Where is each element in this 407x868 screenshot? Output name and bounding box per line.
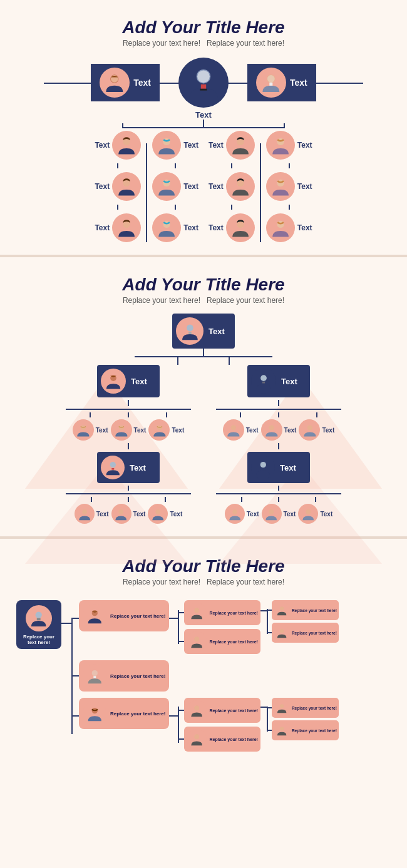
- s3-far-text: Replace your text here!: [292, 728, 337, 733]
- svg-point-30: [119, 509, 124, 514]
- avatar-s2-child: [73, 419, 94, 441]
- node-label: Text: [209, 141, 224, 150]
- section3: Add Your Title Here Replace your text he…: [0, 538, 407, 764]
- svg-point-34: [231, 425, 236, 430]
- section2: Add Your Title Here Replace your text he…: [0, 257, 407, 536]
- avatar-s1: [152, 213, 181, 242]
- avatar-s1: [112, 172, 141, 201]
- s3-root-text: Replace your text here!: [19, 634, 59, 645]
- avatar-s3-mid3: [83, 702, 106, 725]
- avatar-s3-root: [26, 605, 52, 631]
- svg-rect-4: [201, 84, 206, 89]
- svg-point-3: [197, 70, 210, 83]
- child-label: Text: [284, 427, 297, 434]
- avatar-s1: [226, 172, 255, 201]
- child-label: Text: [247, 511, 259, 518]
- svg-point-27: [110, 462, 115, 467]
- svg-point-35: [269, 425, 274, 430]
- avatar-s2-child: [261, 419, 282, 441]
- s3-far-text: Replace your text here!: [292, 631, 337, 635]
- s3-right-text: Replace your text here!: [209, 737, 257, 742]
- svg-point-47: [280, 629, 284, 633]
- root-label: Text: [195, 110, 212, 120]
- avatar-s3-fr2: [274, 625, 290, 641]
- s3-right-text: Replace your text here!: [209, 640, 257, 644]
- child-label: Text: [96, 427, 108, 434]
- avatar-s2-root: [176, 317, 204, 345]
- node-label: Text: [209, 182, 224, 191]
- avatar-s2-right-sub: [251, 456, 275, 479]
- avatar-s2-sub-child: [111, 504, 131, 524]
- svg-point-48: [91, 670, 97, 676]
- svg-point-46: [280, 606, 284, 610]
- section2-header: Add Your Title Here Replace your text he…: [6, 263, 401, 309]
- avatar-s2-sub-child2: [262, 504, 282, 524]
- avatar-s1: [112, 131, 141, 160]
- banner-left: Text: [91, 64, 160, 101]
- avatar-s1: [226, 131, 255, 160]
- avatar-s3-fr4: [274, 722, 290, 738]
- s2-root-label: Text: [209, 327, 225, 336]
- svg-point-37: [260, 462, 265, 467]
- node-label: Text: [209, 223, 224, 232]
- svg-rect-33: [262, 382, 265, 384]
- section2-title: Add Your Title Here: [6, 275, 401, 295]
- avatar-s1: [226, 213, 255, 242]
- s2-right-label: Text: [281, 377, 297, 386]
- s2-left-sub-label: Text: [130, 463, 146, 472]
- svg-point-32: [260, 375, 267, 381]
- s3-node-text: Replace your text here!: [110, 673, 165, 679]
- node-label: Text: [95, 141, 110, 150]
- child-label: Text: [170, 511, 182, 518]
- svg-point-43: [91, 610, 97, 616]
- node-label: Text: [183, 182, 198, 191]
- s2-left-box: Text: [97, 365, 160, 397]
- section1-subtitle: Replace your text here! Replace your tex…: [6, 39, 401, 48]
- section1: Add Your Title Here Replace your text he…: [0, 0, 407, 255]
- svg-point-54: [280, 727, 284, 730]
- avatar-s2-sub-child: [75, 504, 95, 524]
- avatar-s1: [266, 213, 295, 242]
- avatar-s3-r2: [187, 631, 207, 651]
- avatar-s2-sub-child2: [298, 504, 318, 524]
- avatar-banner-left: [100, 68, 130, 98]
- svg-rect-28: [111, 468, 114, 470]
- s2-left-sub-box: Text: [97, 452, 160, 483]
- avatar-s3-r4: [187, 729, 207, 749]
- svg-point-39: [269, 509, 274, 514]
- s3-node-text: Replace your text here!: [110, 613, 165, 619]
- node-label: Text: [95, 182, 110, 191]
- node-label: Text: [297, 182, 312, 191]
- svg-point-53: [280, 704, 284, 708]
- svg-point-7: [267, 75, 275, 83]
- avatar-s3-r1: [187, 603, 207, 623]
- s2-right-sub-box: Text: [247, 452, 310, 483]
- svg-point-51: [195, 705, 200, 710]
- avatar-s1: [266, 172, 295, 201]
- svg-point-21: [187, 324, 193, 331]
- svg-point-38: [232, 509, 237, 514]
- svg-rect-22: [188, 332, 192, 334]
- avatar-s2-sub-child: [148, 504, 168, 524]
- s2-right-sub-label: Text: [280, 463, 296, 472]
- s3-far-text: Replace your text here!: [292, 608, 337, 613]
- svg-rect-5: [200, 89, 207, 91]
- svg-point-41: [36, 612, 42, 618]
- s3-far-text: Replace your text here!: [292, 706, 337, 710]
- avatar-s1: [152, 131, 181, 160]
- avatar-root: [178, 58, 229, 108]
- child-label: Text: [172, 427, 184, 434]
- banner-right: Text: [247, 64, 316, 101]
- avatar-banner-right: [256, 68, 286, 98]
- svg-rect-8: [269, 83, 272, 86]
- avatar-s2-left: [101, 369, 126, 394]
- avatar-s3-mid2: [83, 664, 106, 688]
- node-label: Text: [95, 223, 110, 232]
- avatar-s2-right: [251, 369, 276, 394]
- node-label: Text: [183, 141, 198, 150]
- child-label: Text: [322, 427, 334, 434]
- child-label: Text: [284, 511, 296, 518]
- svg-point-52: [195, 734, 200, 739]
- s3-node-text: Replace your text here!: [110, 711, 165, 717]
- avatar-s2-child: [111, 419, 132, 441]
